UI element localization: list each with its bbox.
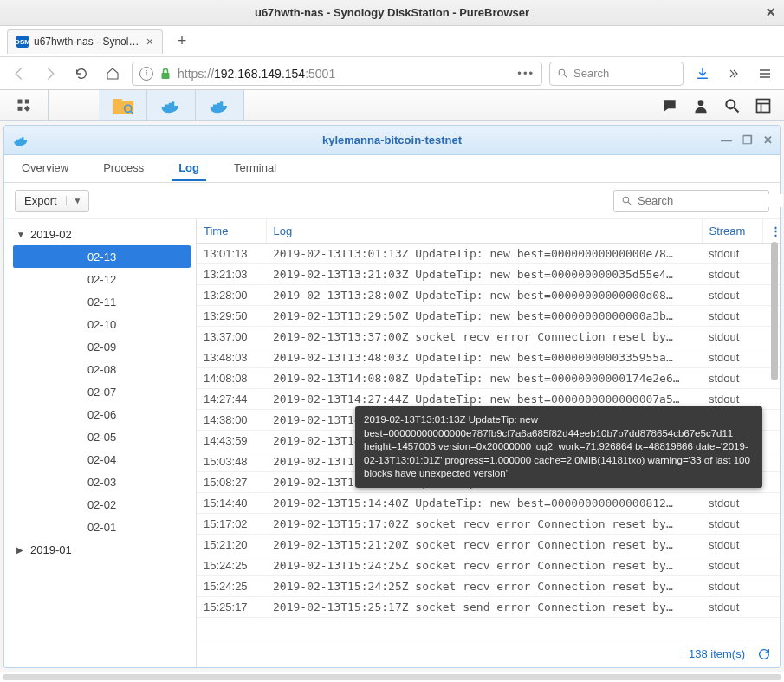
- dsm-taskbar-docker-2[interactable]: [196, 90, 244, 120]
- search-icon: [557, 68, 568, 79]
- refresh-button[interactable]: [757, 647, 771, 661]
- tree-day[interactable]: 02-02: [13, 493, 191, 516]
- site-info-icon[interactable]: i: [139, 67, 153, 81]
- tree-month[interactable]: ▶2019-01: [4, 538, 196, 561]
- browser-navbar: i https://192.168.149.154:5001 ••• Searc…: [0, 57, 784, 90]
- dsm-search-icon[interactable]: [723, 97, 741, 114]
- browser-tab[interactable]: DSM u67hwth-nas - Synology ×: [7, 29, 163, 54]
- tree-day[interactable]: 02-09: [13, 335, 191, 358]
- svg-point-17: [623, 197, 629, 203]
- tree-month[interactable]: ▼2019-02: [4, 223, 196, 245]
- reload-button[interactable]: [69, 62, 94, 86]
- tree-day[interactable]: 02-07: [13, 380, 191, 403]
- cell-time: 15:17:02: [197, 514, 266, 535]
- log-row[interactable]: 15:24:252019-02-13T15:24:25Z socket recv…: [197, 576, 780, 597]
- dsm-taskbar-docker-1[interactable]: [147, 90, 196, 120]
- scrollbar-vertical[interactable]: [771, 242, 778, 638]
- cell-stream: stdout: [702, 347, 762, 368]
- cell-log: 2019-02-13T15:17:02Z socket recv error C…: [266, 514, 702, 535]
- window-maximize-icon[interactable]: ❐: [742, 133, 753, 146]
- item-count: 138 item(s): [689, 647, 745, 660]
- log-row[interactable]: 15:25:172019-02-13T15:25:17Z socket send…: [197, 597, 780, 618]
- tab-process[interactable]: Process: [96, 156, 151, 181]
- log-row[interactable]: 13:48:032019-02-13T13:48:03Z UpdateTip: …: [197, 347, 780, 368]
- cell-log: 2019-02-13T15:24:25Z socket recv error C…: [266, 576, 702, 597]
- dsm-main-menu-button[interactable]: [0, 90, 49, 120]
- browser-search-placeholder: Search: [573, 67, 609, 80]
- docker-window-titlebar[interactable]: kylemanna-bitcoin-testnet — ❐ ✕: [4, 126, 780, 155]
- home-button[interactable]: [100, 62, 125, 86]
- svg-rect-6: [23, 105, 29, 111]
- os-scrollbar-thumb[interactable]: [3, 674, 781, 680]
- overflow-button[interactable]: [722, 62, 746, 86]
- kebab-icon: ⋮: [770, 224, 781, 237]
- dsm-taskbar-filestation[interactable]: [99, 90, 147, 120]
- log-row[interactable]: 13:29:502019-02-13T13:29:50Z UpdateTip: …: [197, 306, 780, 327]
- tab-close-icon[interactable]: ×: [146, 35, 153, 49]
- tree-day[interactable]: 02-06: [13, 403, 191, 425]
- log-row[interactable]: 15:24:252019-02-13T15:24:25Z socket recv…: [197, 555, 780, 576]
- tree-day[interactable]: 02-04: [13, 448, 191, 471]
- scrollbar-thumb[interactable]: [771, 242, 778, 380]
- log-row[interactable]: 13:21:032019-02-13T13:21:03Z UpdateTip: …: [197, 264, 780, 285]
- tree-month-label: 2019-01: [30, 543, 72, 556]
- log-search-box[interactable]: [613, 190, 769, 212]
- cell-stream: stdout: [702, 576, 762, 597]
- url-text: https://192.168.149.154:5001: [178, 67, 335, 81]
- svg-point-11: [698, 100, 704, 106]
- log-row[interactable]: 15:21:202019-02-13T15:21:20Z socket recv…: [197, 535, 780, 555]
- log-row[interactable]: 14:08:082019-02-13T14:08:08Z UpdateTip: …: [197, 368, 780, 389]
- tree-day[interactable]: 02-03: [13, 471, 191, 493]
- tree-day[interactable]: 02-05: [13, 425, 191, 448]
- tree-day[interactable]: 02-11: [13, 290, 191, 313]
- log-row[interactable]: 15:17:022019-02-13T15:17:02Z socket recv…: [197, 514, 780, 535]
- url-bar[interactable]: i https://192.168.149.154:5001 •••: [132, 62, 542, 86]
- lock-icon: [160, 68, 171, 80]
- tab-terminal[interactable]: Terminal: [227, 156, 283, 181]
- chevron-down-icon[interactable]: ▼: [66, 196, 89, 205]
- dsm-toolbar: [0, 90, 784, 121]
- cell-log: 2019-02-13T13:01:13Z UpdateTip: new best…: [266, 244, 702, 264]
- downloads-button[interactable]: [690, 62, 715, 86]
- tree-day[interactable]: 02-13: [13, 245, 191, 268]
- date-tree[interactable]: ▼2019-0202-1302-1202-1102-1002-0902-0802…: [4, 219, 197, 667]
- new-tab-button[interactable]: +: [170, 29, 194, 54]
- export-button[interactable]: Export ▼: [15, 190, 89, 212]
- cell-log: 2019-02-13T13:37:00Z socket recv error C…: [266, 327, 702, 347]
- col-header-stream[interactable]: Stream: [702, 219, 762, 244]
- tab-overview[interactable]: Overview: [15, 156, 75, 181]
- cell-stream: stdout: [702, 368, 762, 389]
- col-header-log[interactable]: Log: [266, 219, 702, 244]
- os-close-icon[interactable]: ×: [766, 3, 775, 22]
- dsm-widgets-icon[interactable]: [755, 97, 772, 114]
- tree-day[interactable]: 02-01: [13, 516, 191, 538]
- reload-icon: [75, 67, 88, 81]
- tree-day[interactable]: 02-12: [13, 268, 191, 290]
- dsm-chat-icon[interactable]: [661, 97, 678, 114]
- docker-tabs: Overview Process Log Terminal: [4, 155, 780, 183]
- tree-day[interactable]: 02-08: [13, 358, 191, 380]
- cell-time: 13:28:00: [197, 285, 266, 306]
- svg-point-12: [726, 100, 735, 108]
- log-row[interactable]: 13:37:002019-02-13T13:37:00Z socket recv…: [197, 327, 780, 347]
- tab-log[interactable]: Log: [172, 156, 206, 181]
- log-row[interactable]: 13:28:002019-02-13T13:28:00Z UpdateTip: …: [197, 285, 780, 306]
- log-row[interactable]: 13:01:132019-02-13T13:01:13Z UpdateTip: …: [197, 244, 780, 264]
- col-header-time[interactable]: Time: [197, 219, 266, 244]
- log-search-input[interactable]: [638, 194, 783, 207]
- tree-day[interactable]: 02-10: [13, 313, 191, 335]
- page-actions-icon[interactable]: •••: [517, 67, 535, 80]
- hamburger-button[interactable]: [753, 62, 777, 86]
- browser-search[interactable]: Search: [549, 62, 684, 86]
- log-row[interactable]: 15:14:402019-02-13T15:14:40Z UpdateTip: …: [197, 493, 780, 514]
- apps-grid-icon: [16, 97, 33, 114]
- col-header-menu[interactable]: ⋮: [762, 219, 780, 244]
- back-button[interactable]: [7, 62, 31, 86]
- dsm-user-icon[interactable]: [692, 97, 709, 114]
- forward-button[interactable]: [38, 62, 62, 86]
- window-minimize-icon[interactable]: —: [721, 133, 732, 146]
- os-scrollbar-horizontal[interactable]: [0, 672, 784, 682]
- arrow-right-icon: [42, 66, 58, 81]
- cell-time: 13:21:03: [197, 264, 266, 285]
- window-close-icon[interactable]: ✕: [763, 133, 773, 146]
